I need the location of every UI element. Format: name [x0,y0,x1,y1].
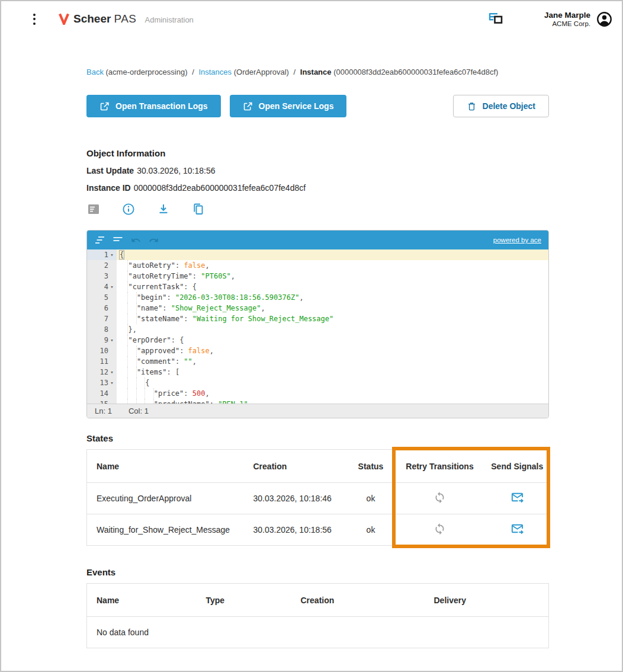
gutter-line[interactable]: 8 [87,324,117,335]
log-viewer-icon[interactable] [487,11,505,27]
open-service-logs-button[interactable]: Open Service Logs [230,95,347,117]
code-line[interactable]: "stateName": "Waiting for Show_Reject_Me… [120,313,548,324]
state-status: ok [348,514,394,546]
trash-icon [467,101,477,111]
states-col-creation: Creation [244,450,348,483]
cursor-line-indicator: Ln: 1 [95,407,112,415]
states-col-retry-transitions: Retry Transitions [394,450,486,483]
state-creation: 30.03.2026, 10:18:56 [244,514,348,546]
fold-caret-icon[interactable]: ▾ [108,377,115,388]
breadcrumb-instances-link[interactable]: Instances [198,68,232,76]
align-left-icon[interactable] [111,233,125,247]
gutter-line[interactable]: 15 [87,399,117,404]
states-col-name: Name [87,450,244,483]
state-name: Waiting_for_Show_Reject_Message [87,514,244,546]
button-label: Delete Object [483,101,535,111]
gutter-line[interactable]: 7 [87,313,117,324]
retry-transition-button[interactable] [432,490,447,507]
fold-caret-icon[interactable]: ▾ [108,367,115,377]
code-line[interactable]: "productName": "PEN-1", [120,399,548,404]
breadcrumb-back-link[interactable]: Back [86,68,104,76]
gutter-line[interactable]: 3 [87,271,117,281]
retry-sync-icon [433,523,446,535]
editor-code[interactable]: {"autoRetry": false,"autoRetryTime": "PT… [117,249,548,404]
delete-object-button[interactable]: Delete Object [453,95,549,117]
code-line[interactable]: "comment": "", [120,356,548,367]
states-table-wrap: Name Creation Status Retry Transitions S… [86,449,549,546]
editor-body[interactable]: 1▾234▾56789▾101112▾13▾1415 {"autoRetry":… [87,249,548,404]
editor-toolbar: powered by ace [87,231,548,249]
code-line[interactable]: }, [120,324,548,335]
undo-icon[interactable] [129,233,143,247]
states-header-row: Name Creation Status Retry Transitions S… [87,450,549,483]
gutter-line[interactable]: 2 [87,260,117,271]
code-line[interactable]: "approved": false, [120,345,548,356]
gutter-line[interactable]: 4▾ [87,281,117,292]
breadcrumb-instance-context: (0000008f3dd2eab600000031fefea6c07fe4d8c… [333,68,498,76]
states-body: Executing_OrderApproval 30.03.2026, 10:1… [87,483,549,546]
retry-sync-icon [433,491,446,504]
code-line[interactable]: "name": "Show_Reject_Message", [120,303,548,313]
gutter-line[interactable]: 9▾ [87,335,117,345]
account-circle-icon[interactable] [596,11,612,27]
last-update-value: 30.03.2026, 10:18:56 [137,166,215,175]
kebab-menu-icon[interactable] [31,11,38,27]
redo-icon[interactable] [146,233,160,247]
editor-status-bar: Ln: 1 Col: 1 [87,404,548,418]
retry-transition-button[interactable] [432,521,447,538]
events-col-name: Name [87,584,197,617]
send-signal-icon [510,522,524,536]
code-line[interactable]: "currentTask": { [120,281,548,292]
powered-by-ace-link[interactable]: powered by ace [493,236,541,244]
instance-id-value: 0000008f3dd2eab600000031fefea6c07fe4d8cf [134,183,306,193]
document-log-icon[interactable] [86,202,101,216]
send-signal-icon [510,491,524,504]
events-header-row: Name Type Creation Delivery [87,584,549,617]
state-status: ok [348,483,394,514]
download-icon[interactable] [156,202,171,216]
code-line[interactable]: "price": 500, [120,388,548,399]
events-col-delivery: Delivery [425,584,549,617]
states-col-send-signals: Send Signals [486,450,549,483]
open-transaction-logs-button[interactable]: Open Transaction Logs [86,95,221,117]
brand-pas: PAS [114,12,136,25]
info-icon[interactable] [121,202,136,216]
instance-id-label: Instance ID [86,183,131,193]
instance-id-line: Instance ID0000008f3dd2eab600000031fefea… [86,183,549,193]
code-line[interactable]: { [120,377,548,388]
instance-mini-toolbar [86,202,549,216]
gutter-line[interactable]: 11 [87,356,117,367]
format-icon[interactable] [93,233,107,247]
external-link-icon [243,101,253,111]
code-line[interactable]: "items": [ [120,367,548,377]
fold-caret-icon[interactable]: ▾ [108,281,115,292]
breadcrumb-instances-context: (OrderApproval) [234,68,289,76]
fold-caret-icon[interactable]: ▾ [108,249,115,260]
app-name: Administration [144,15,193,24]
code-line[interactable]: "autoRetryTime": "PT60S", [120,271,548,281]
state-name: Executing_OrderApproval [87,483,244,514]
cursor-col-indicator: Col: 1 [129,407,149,415]
send-signal-button[interactable] [509,489,525,507]
gutter-line[interactable]: 5 [87,292,117,303]
gutter-line[interactable]: 13▾ [87,377,117,388]
gutter-line[interactable]: 12▾ [87,367,117,377]
gutter-line[interactable]: 1▾ [87,249,117,260]
gutter-line[interactable]: 14 [87,388,117,399]
app-window: Scheer PAS Administration Jane Marple AC… [0,0,623,672]
breadcrumb-back-context: (acme-orderprocessing) [106,68,188,76]
user-info[interactable]: Jane Marple ACME Corp. [544,11,590,27]
button-label: Open Transaction Logs [115,101,208,111]
copy-icon[interactable] [191,202,205,216]
send-signal-button[interactable] [509,521,525,539]
code-line[interactable]: { [117,249,548,260]
gutter-line[interactable]: 6 [87,303,117,313]
button-label: Open Service Logs [259,101,334,111]
gutter-line[interactable]: 10 [87,345,117,356]
code-line[interactable]: "erpOrder": { [120,335,548,345]
code-line[interactable]: "begin": "2026-03-30T08:18:56.590376Z", [120,292,548,303]
fold-caret-icon[interactable]: ▾ [108,335,115,345]
editor-gutter[interactable]: 1▾234▾56789▾101112▾13▾1415 [87,249,117,404]
code-line[interactable]: "autoRetry": false, [120,260,548,271]
brand: Scheer PAS Administration [58,12,194,25]
